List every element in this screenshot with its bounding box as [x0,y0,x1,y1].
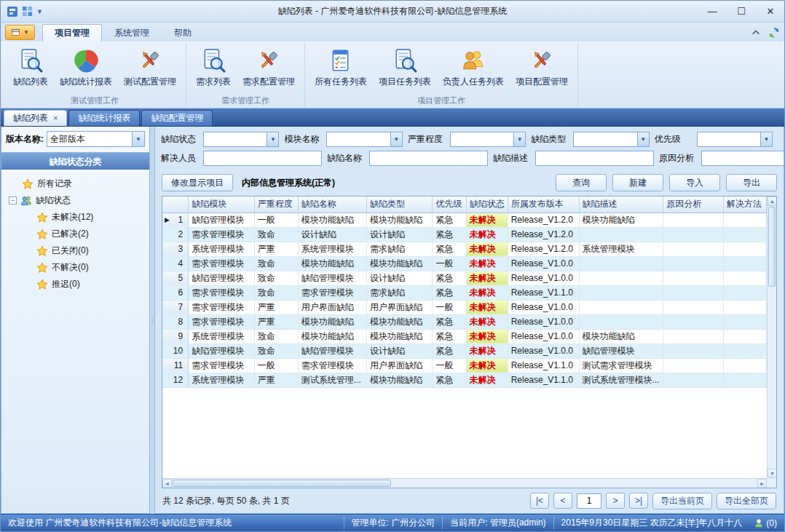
column-header[interactable]: 缺陷描述 [579,196,663,213]
table-row[interactable]: 11需求管理模块一般需求管理模块用户界面缺陷一般未解决Release_V1.1.… [162,358,767,373]
column-header[interactable]: 缺陷名称 [298,196,366,213]
row-number-cell[interactable]: 7 [162,300,189,314]
quick-access-grid-icon[interactable] [22,6,33,17]
modify-columns-button[interactable]: 修改显示项目 [162,174,233,191]
app-menu-button[interactable]: ▼ [5,25,35,40]
table-row[interactable]: 4需求管理模块致命模块功能缺陷模块功能缺陷一般未解决Release_V1.0.0 [162,256,767,271]
version-select[interactable]: 全部版本 ▼ [47,131,145,147]
close-tab-icon[interactable]: × [53,111,58,126]
row-number-cell[interactable]: 3 [162,242,189,256]
module-name-filter-select[interactable]: ▼ [326,132,402,147]
scroll-left-icon[interactable]: ◄ [162,479,172,488]
column-header[interactable]: 缺陷状态 [466,196,508,213]
doc-tab-2[interactable]: 缺陷配置管理 [141,110,213,126]
page-input[interactable] [577,493,601,509]
export-all-pages-button[interactable]: 导出全部页 [717,493,776,509]
close-icon[interactable]: ✕ [762,6,778,17]
vertical-scroll-thumb[interactable] [768,207,776,287]
table-row[interactable]: 5缺陷管理模块致命缺陷管理模块设计缺陷紧急未解决Release_V1.0.0 [162,271,767,285]
severity-filter-select[interactable]: ▼ [450,132,526,147]
tree-item[interactable]: 未解决(12) [4,209,146,226]
table-row[interactable]: 6需求管理模块致命需求管理模块需求缺陷紧急未解决Release_V1.1.0 [162,285,767,300]
tree-item[interactable]: 不解决(0) [4,259,146,276]
ribbon-button[interactable]: 项目任务列表 [374,45,436,90]
row-number-cell[interactable]: 9 [162,329,189,344]
table-row[interactable]: 7需求管理模块严重用户界面缺陷用户界面缺陷一般未解决Release_V1.0.0 [162,300,767,314]
table-row[interactable]: 3系统管理模块严重系统管理模块需求缺陷紧急未解决Release_V1.2.0系统… [162,242,767,256]
refresh-icon[interactable] [768,27,780,39]
table-row[interactable]: 1▶缺陷管理模块一般模块功能缺陷模块功能缺陷紧急未解决Release_V1.2.… [162,213,767,227]
export-button[interactable]: 导出 [726,174,777,191]
defect-name-filter-input[interactable] [369,151,488,166]
maximize-icon[interactable]: ☐ [733,6,749,17]
ribbon-button[interactable]: 缺陷列表 [8,45,53,90]
table-row[interactable]: 10缺陷管理模块致命缺陷管理模块设计缺陷紧急未解决Release_V1.0.0缺… [162,344,767,358]
query-button[interactable]: 查询 [556,174,607,191]
tree-item[interactable]: 推迟(0) [4,276,146,293]
ribbon-button[interactable]: 项目配置管理 [510,45,573,90]
ribbon-button[interactable]: 测试配置管理 [119,45,181,90]
horizontal-scrollbar[interactable]: ◄ ► [162,478,767,488]
column-header[interactable]: 原因分析 [663,196,724,213]
ribbon-button[interactable]: 负责人任务列表 [438,45,509,90]
dropdown-arrow-icon[interactable]: ▼ [267,132,278,146]
import-button[interactable]: 导入 [669,174,720,191]
doc-tab-1[interactable]: 缺陷统计报表 [68,110,140,126]
row-number-cell[interactable]: 6 [162,285,189,300]
priority-filter-select[interactable]: ▼ [697,132,773,147]
row-number-cell[interactable]: 12 [162,373,189,387]
row-number-cell[interactable]: 8 [162,314,189,329]
tree-item[interactable]: 所有记录 [4,175,146,192]
cause-analysis-filter-input[interactable] [701,151,784,166]
create-button[interactable]: 新建 [612,174,663,191]
dropdown-arrow-icon[interactable]: ▼ [637,132,649,146]
dropdown-arrow-icon[interactable]: ▼ [760,132,772,146]
table-row[interactable]: 12系统管理模块严重测试系统管理...模块功能缺陷紧急未解决Release_V1… [162,373,767,387]
export-current-page-button[interactable]: 导出当前页 [652,493,712,509]
dropdown-arrow-icon[interactable]: ▼ [390,132,402,146]
column-header[interactable]: 优先级 [433,196,466,213]
table-row[interactable]: 2需求管理模块致命设计缺陷设计缺陷紧急未解决Release_V1.2.0 [162,227,767,242]
ribbon-button[interactable]: 需求列表 [191,45,236,90]
tree-item[interactable]: 已关闭(0) [4,242,146,259]
scroll-down-icon[interactable]: ▼ [768,469,777,478]
ribbon-tab-2[interactable]: 帮助 [162,24,204,41]
row-number-cell[interactable]: 11 [162,358,189,373]
row-number-cell[interactable]: 10 [162,344,189,358]
column-header[interactable]: 缺陷模块 [189,196,254,213]
scroll-up-icon[interactable]: ▲ [768,196,777,206]
row-number-cell[interactable]: 5 [162,271,189,285]
quick-access-dropdown-icon[interactable]: ▼ [36,8,43,15]
ribbon-tab-0[interactable]: 项目管理 [42,24,102,41]
ribbon-button[interactable]: 需求配置管理 [237,45,300,90]
version-dropdown-icon[interactable]: ▼ [132,132,144,146]
defect-desc-filter-input[interactable] [535,151,654,166]
app-icon[interactable] [7,6,18,17]
collapse-icon[interactable]: − [9,196,17,205]
first-page-button[interactable]: |< [530,493,549,509]
table-row[interactable]: 8需求管理模块严重模块功能缺陷模块功能缺陷紧急未解决Release_V1.0.0 [162,314,767,329]
ribbon-button[interactable]: 缺陷统计报表 [55,45,117,90]
defect-type-filter-select[interactable]: ▼ [573,132,649,147]
scroll-right-icon[interactable]: ► [757,479,767,488]
column-header[interactable]: 严重程度 [254,196,298,213]
doc-tab-0[interactable]: 缺陷列表× [4,110,67,126]
row-number-cell[interactable]: 1▶ [162,213,189,227]
resolver-filter-input[interactable] [203,151,322,166]
tree-item[interactable]: −缺陷状态 [4,192,146,209]
prev-page-button[interactable]: < [553,493,572,509]
vertical-scrollbar[interactable]: ▲ ▼ [767,196,776,478]
table-row[interactable]: 9系统管理模块致命模块功能缺陷模块功能缺陷紧急未解决Release_V1.0.0… [162,329,767,344]
defect-status-filter-select[interactable]: ▼ [203,132,279,147]
dropdown-arrow-icon[interactable]: ▼ [513,132,525,146]
column-header[interactable]: 缺陷类型 [366,196,432,213]
column-header[interactable]: 解决方法 [724,196,767,213]
last-page-button[interactable]: >| [629,493,648,509]
ribbon-tab-1[interactable]: 系统管理 [102,24,162,41]
next-page-button[interactable]: > [606,493,625,509]
collapse-ribbon-icon[interactable] [751,28,761,38]
tree-item[interactable]: 已解决(2) [4,226,146,242]
column-header[interactable]: 所属发布版本 [508,196,579,213]
ribbon-button[interactable]: 所有任务列表 [309,45,372,90]
minimize-icon[interactable]: — [704,6,720,17]
